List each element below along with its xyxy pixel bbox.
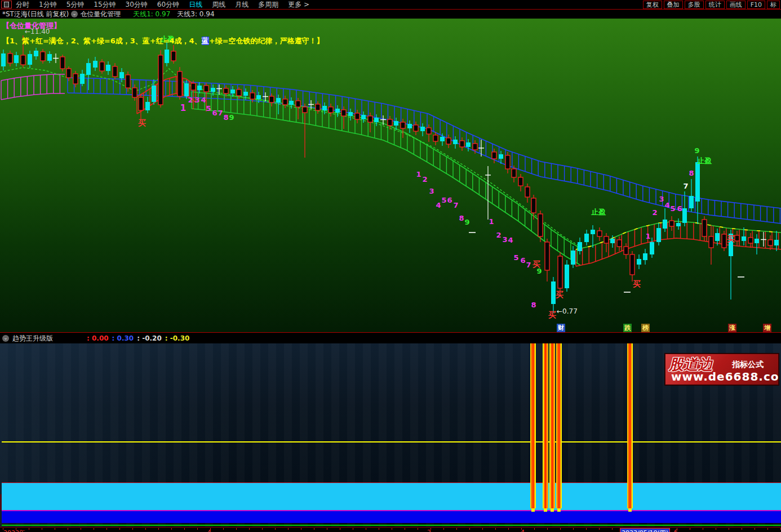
toolbar-button-1[interactable]: 叠加	[664, 1, 683, 9]
indicator-value-3: : -0.30	[165, 334, 190, 342]
period-tab-0[interactable]: 分时	[16, 0, 29, 10]
period-tab-10[interactable]: 更多 >	[288, 0, 309, 10]
window-icon[interactable]	[1, 1, 12, 8]
position-rules-text: 【1、紫+红=满仓，2、紫+绿=6成，3、蓝+红=4成，4、蓝+绿=空仓铁的纪律…	[2, 36, 323, 46]
axis-tick	[55, 528, 55, 530]
rules-part2: +绿=空仓铁的纪律，严格遵守！】	[209, 37, 324, 45]
bottom-chip-财[interactable]: 财	[557, 324, 565, 332]
axis-tick	[262, 528, 263, 530]
signal-bar-4[interactable]	[627, 343, 633, 508]
count-number: 7	[453, 201, 458, 209]
count-number: 1	[180, 103, 186, 113]
buy-marker: 买	[548, 310, 556, 319]
indicator-panel-chart[interactable]: 股道边 指标公式 www.de6688.com	[0, 343, 781, 527]
signal-bar-3[interactable]	[556, 343, 562, 508]
toolbar-button-0[interactable]: 复权	[643, 1, 662, 9]
chevron-down-icon[interactable]: ⌄	[2, 335, 9, 342]
count-number: 3	[429, 187, 434, 195]
period-tab-5[interactable]: 60分钟	[157, 0, 179, 10]
axis-label-1: 4	[207, 529, 211, 532]
axis-tick	[327, 528, 327, 530]
axis-tick	[132, 528, 133, 530]
axis-tick	[171, 528, 172, 530]
period-tab-4[interactable]: 30分钟	[126, 0, 148, 10]
axis-tick	[392, 528, 392, 530]
period-tab-1[interactable]: 1分钟	[39, 0, 57, 10]
axis-tick	[106, 528, 107, 530]
panel-separator-line	[0, 332, 781, 333]
count-number: 9	[464, 218, 469, 226]
signal-bar-tip	[531, 508, 535, 512]
axis-tick	[340, 528, 340, 530]
count-number: 7	[683, 182, 688, 190]
period-tab-6[interactable]: 日线	[189, 0, 202, 10]
axis-tick	[586, 528, 587, 530]
axis-tick	[482, 528, 483, 530]
toolbar-button-2[interactable]: 多股	[685, 1, 704, 9]
indicator-panel-title[interactable]: 趋势王升级版	[12, 334, 53, 343]
buy-marker: 买	[556, 290, 563, 299]
take-profit-marker: 止盈	[591, 208, 606, 216]
green-baseline	[2, 525, 781, 526]
count-number: 9	[694, 146, 699, 155]
candle-chart-svg: 123456789123456789123456789123456789买买买买…	[0, 19, 781, 333]
signal-bar-tip	[557, 508, 561, 512]
indicator-value-2: : -0.20	[137, 334, 162, 342]
count-number: 1	[416, 170, 421, 178]
axis-tick	[547, 528, 548, 530]
period-tab-2[interactable]: 5分钟	[66, 0, 85, 10]
main-candle-chart[interactable]: 123456789123456789123456789123456789买买买买…	[0, 19, 781, 333]
pane-glyph	[4, 2, 9, 7]
toolbar-buttons: 复权叠加多股统计画线F10标	[643, 0, 780, 9]
axis-tick	[314, 528, 314, 530]
indicator-values: : 0.00: 0.30: -0.20: -0.30	[87, 334, 189, 342]
position-mgmt-label: 【仓位量化管理】	[2, 21, 61, 31]
axis-tick	[456, 528, 457, 530]
bottom-chip-涨[interactable]: 涨	[728, 324, 736, 332]
toolbar-button-6[interactable]: 标	[767, 1, 780, 9]
bottom-chip-榜[interactable]: 榜	[641, 324, 650, 332]
signal-bar-2[interactable]	[549, 343, 555, 508]
axis-tick	[223, 528, 224, 530]
axis-tick	[755, 528, 755, 530]
period-tab-7[interactable]: 周线	[212, 0, 225, 10]
count-number: 5	[206, 104, 211, 113]
period-tab-9[interactable]: 多周期	[258, 0, 278, 10]
signal-bar-0[interactable]	[530, 343, 536, 508]
count-number: 2	[652, 208, 657, 217]
period-tab-8[interactable]: 月线	[235, 0, 248, 10]
chevron-down-icon[interactable]: ⌄	[71, 11, 78, 17]
indicator-value-1: : 0.30	[112, 334, 134, 342]
count-number: 7	[218, 109, 223, 117]
count-number: 6	[520, 256, 525, 265]
watermark-url: www.de6688.com	[671, 370, 779, 383]
axis-tick	[418, 528, 418, 530]
time-axis[interactable]: 2022年4242023/05/10(四)6	[0, 527, 781, 532]
axis-tick	[119, 528, 120, 530]
axis-tick	[68, 528, 68, 530]
count-number: 8	[459, 214, 464, 222]
axis-label-5: 6	[674, 529, 678, 532]
toolbar-button-5[interactable]: F10	[747, 1, 765, 9]
axis-tick	[288, 528, 289, 530]
toolbar-button-3[interactable]: 统计	[705, 1, 725, 9]
axis-tick	[729, 528, 729, 530]
bottom-chip-增[interactable]: 增	[763, 324, 771, 332]
indicator-name[interactable]: 仓位量化管理	[80, 10, 121, 19]
count-number: 2	[188, 96, 193, 104]
count-number: 4	[201, 96, 206, 104]
signal-bar-1[interactable]	[543, 343, 548, 508]
buy-marker: 买	[633, 279, 641, 288]
axis-tick	[145, 528, 146, 530]
axis-tick	[184, 528, 185, 530]
axis-tick	[573, 528, 574, 530]
blue-band	[2, 511, 781, 523]
axis-tick	[443, 528, 444, 530]
period-tab-3[interactable]: 15分钟	[94, 0, 116, 10]
toolbar-button-4[interactable]: 画线	[726, 1, 746, 9]
count-number: 2	[496, 231, 501, 239]
signal-bar-tip	[544, 508, 547, 512]
bottom-chip-跌[interactable]: 跌	[623, 324, 632, 332]
symbol-title: *ST泛海(日线 前复权)	[2, 10, 69, 19]
axis-tick	[495, 528, 496, 530]
